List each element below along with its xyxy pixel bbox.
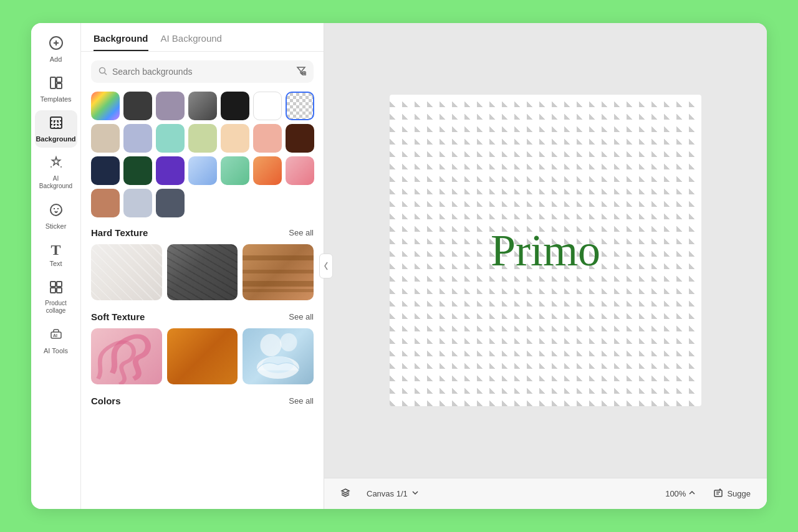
svg-rect-16 [57, 288, 62, 293]
suggest-button[interactable]: Sugge [707, 484, 757, 503]
sidebar-item-text[interactable]: T Text [35, 237, 77, 272]
color-swatch-navy[interactable] [91, 156, 120, 185]
color-swatch-silver[interactable] [123, 189, 152, 217]
soft-texture-header: Soft Texture See all [91, 311, 314, 322]
color-swatch-purple[interactable] [156, 156, 185, 185]
color-swatch-sunset[interactable] [253, 156, 282, 185]
filter-icon[interactable] [296, 65, 306, 78]
color-swatch-sage[interactable] [188, 124, 217, 153]
ai-tools-icon: AI [49, 327, 64, 344]
tab-ai-background[interactable]: AI Background [161, 33, 222, 51]
tab-background[interactable]: Background [94, 33, 148, 51]
svg-point-28 [281, 333, 297, 351]
zoom-control[interactable]: 100% [660, 487, 701, 501]
soft-texture-see-all[interactable]: See all [289, 312, 314, 321]
color-swatch-flamingo[interactable] [286, 156, 314, 185]
sidebar-item-add-label: Add [50, 55, 62, 63]
app-container: Add Templates [31, 23, 767, 509]
sidebar-item-add[interactable]: Add [35, 31, 77, 68]
sidebar-item-ai-tools-label: AI Tools [44, 347, 68, 354]
search-input[interactable] [112, 67, 291, 77]
color-swatch-chocolate[interactable] [286, 124, 314, 153]
hard-texture-1[interactable] [91, 244, 162, 300]
color-swatch-sky-blue[interactable] [188, 156, 217, 185]
soft-texture-1[interactable] [91, 328, 162, 384]
color-swatch-mint[interactable] [156, 124, 185, 153]
sidebar-item-ai-background[interactable]: AIBackground [35, 150, 77, 195]
color-swatch-seafoam[interactable] [221, 156, 249, 185]
sidebar-item-templates-label: Templates [40, 95, 71, 103]
canvas-board[interactable]: Primo [390, 95, 701, 406]
color-swatch-slate[interactable] [156, 189, 185, 217]
canvas-text: Primo [491, 225, 600, 277]
panel-tabs: Background AI Background [81, 23, 324, 52]
canvas-workspace[interactable]: Primo [324, 23, 767, 478]
hard-texture-3[interactable] [243, 244, 314, 300]
color-swatch-periwinkle[interactable] [123, 124, 152, 153]
soft-texture-title: Soft Texture [91, 311, 145, 322]
svg-rect-3 [50, 77, 55, 88]
color-swatch-white[interactable] [253, 92, 282, 120]
toolbar-right: 100% [660, 484, 757, 503]
expand-icon [411, 489, 419, 498]
colors-see-all[interactable]: See all [289, 396, 314, 406]
color-grid [91, 92, 314, 217]
colors-section-title: Colors [91, 396, 121, 406]
sidebar-item-product-collage-label: Productcollage [45, 300, 66, 315]
panel-content: Hard Texture See all [81, 52, 324, 509]
layers-button[interactable] [334, 484, 357, 503]
color-swatch-charcoal[interactable] [188, 92, 217, 120]
sidebar-item-text-label: Text [49, 260, 62, 267]
color-swatch-blush[interactable] [253, 124, 282, 153]
background-icon [49, 115, 64, 133]
svg-text:AI: AI [53, 333, 57, 338]
svg-rect-30 [714, 490, 722, 496]
soft-texture-3[interactable] [243, 328, 314, 384]
sidebar-item-background[interactable]: Background [35, 110, 77, 148]
hard-texture-2[interactable] [167, 244, 238, 300]
sidebar-item-product-collage[interactable]: Productcollage [35, 275, 77, 320]
sidebar-item-sticker-label: Sticker [46, 222, 67, 230]
hard-texture-header: Hard Texture See all [91, 227, 314, 238]
soft-texture-2[interactable] [167, 328, 238, 384]
svg-rect-4 [57, 77, 62, 82]
color-swatch-transparent[interactable] [286, 92, 314, 120]
color-swatch-lavender[interactable] [156, 92, 185, 120]
add-icon [49, 36, 64, 53]
svg-point-19 [100, 67, 105, 73]
color-swatch-beige[interactable] [91, 124, 120, 153]
color-swatch-forest[interactable] [123, 156, 152, 185]
layers-icon [340, 488, 350, 500]
svg-rect-6 [50, 117, 62, 128]
hard-texture-see-all[interactable]: See all [289, 228, 314, 237]
color-swatch-peach[interactable] [221, 124, 249, 153]
canvas-label-button[interactable]: Canvas 1/1 [360, 485, 425, 502]
colors-section-header: Colors See all [91, 396, 314, 406]
svg-rect-5 [57, 83, 62, 88]
product-collage-icon [49, 280, 64, 297]
sidebar-item-ai-background-label: AIBackground [39, 175, 72, 190]
canvas-area: Primo Canvas 1/1 [324, 23, 767, 509]
color-swatch-gradient[interactable] [91, 92, 120, 120]
hard-texture-grid [91, 244, 314, 300]
color-swatch-black[interactable] [221, 92, 249, 120]
ai-background-icon [49, 155, 64, 173]
templates-icon [49, 75, 64, 93]
color-swatch-copper[interactable] [91, 189, 120, 217]
svg-rect-14 [57, 282, 62, 287]
color-swatch-dark-gray[interactable] [123, 92, 152, 120]
canvas-toolbar: Canvas 1/1 100% [324, 478, 767, 509]
panel-collapse-button[interactable] [319, 254, 333, 278]
sidebar-item-templates[interactable]: Templates [35, 70, 77, 108]
sidebar-item-ai-tools[interactable]: AI AI Tools [35, 322, 77, 359]
panel-wrapper: Background AI Background [81, 23, 324, 509]
canvas-label-text: Canvas 1/1 [367, 489, 408, 498]
sticker-icon [49, 202, 64, 220]
svg-line-20 [105, 72, 107, 75]
toolbar-left: Canvas 1/1 [334, 484, 425, 503]
suggest-label: Sugge [727, 489, 751, 498]
zoom-label: 100% [665, 489, 686, 498]
svg-marker-29 [342, 489, 349, 493]
sidebar-item-sticker[interactable]: Sticker [35, 197, 77, 235]
suggest-icon [713, 488, 723, 500]
